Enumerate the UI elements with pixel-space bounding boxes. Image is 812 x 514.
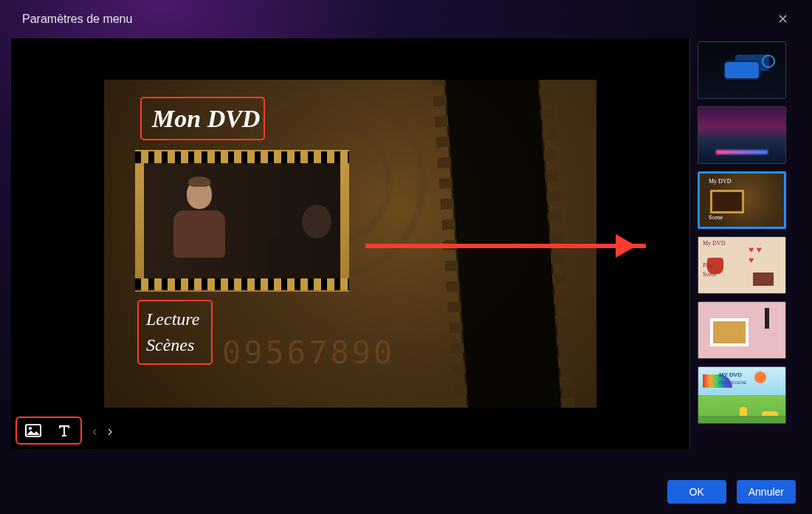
dialog-footer: OK Annuler bbox=[667, 480, 796, 504]
template-list[interactable]: My DVD Scene My DVD ♥ ♥♥ Play Scene MY D… bbox=[690, 38, 801, 449]
image-tool-icon[interactable] bbox=[24, 422, 42, 439]
tool-group-highlight bbox=[16, 417, 82, 445]
template-item-galaxy[interactable] bbox=[698, 106, 786, 164]
menu-links-field[interactable]: Lecture Scènes bbox=[137, 300, 213, 365]
template-item-romance-cafe[interactable]: My DVD ♥ ♥♥ Play Scene bbox=[698, 236, 786, 294]
cancel-button[interactable]: Annuler bbox=[737, 480, 796, 504]
menu-link-play: Lecture bbox=[146, 309, 211, 329]
dialog-content: 09567890 Mon DVD Lecture bbox=[0, 38, 812, 449]
template-item-framed-pink[interactable] bbox=[698, 301, 786, 359]
dialog-header: Paramètres de menu ✕ bbox=[0, 0, 812, 38]
annotation-arrow bbox=[365, 244, 646, 248]
menu-link-scenes: Scènes bbox=[146, 335, 211, 355]
thumb-scene: Scene bbox=[703, 271, 717, 278]
thumb-frame bbox=[710, 318, 749, 346]
prev-page-icon[interactable]: ‹ bbox=[92, 422, 97, 439]
preview-toolbar: ‹ › bbox=[11, 412, 690, 449]
template-item-kids-cartoon[interactable]: MY DVD PLAY SCENE bbox=[698, 366, 786, 424]
bg-digits: 09567890 bbox=[222, 335, 395, 371]
text-icon bbox=[57, 423, 72, 438]
template-item-tech-dark[interactable] bbox=[698, 41, 786, 99]
person-illustration-2 bbox=[268, 205, 331, 278]
preview-column: 09567890 Mon DVD Lecture bbox=[11, 38, 690, 449]
next-page-icon[interactable]: › bbox=[108, 422, 113, 439]
ok-button[interactable]: OK bbox=[667, 480, 726, 504]
thumb-title: My DVD bbox=[709, 178, 731, 185]
menu-preview: 09567890 Mon DVD Lecture bbox=[11, 38, 690, 412]
video-thumbnail bbox=[144, 163, 340, 278]
menu-title-field[interactable]: Mon DVD bbox=[140, 97, 265, 140]
thumb-frame bbox=[710, 190, 744, 213]
thumb-sub: PLAY SCENE bbox=[719, 380, 746, 385]
text-tool-icon[interactable] bbox=[55, 422, 73, 439]
template-item-film-sepia[interactable]: My DVD Scene bbox=[698, 171, 786, 229]
svg-point-1 bbox=[29, 427, 32, 430]
video-thumbnail-frame[interactable] bbox=[135, 150, 349, 292]
close-icon[interactable]: ✕ bbox=[775, 11, 790, 27]
person-illustration bbox=[166, 179, 233, 268]
thumb-title: MY DVD bbox=[719, 371, 742, 378]
thumb-play: Play bbox=[703, 262, 713, 269]
picture-icon bbox=[25, 424, 41, 437]
thumb-sub: Scene bbox=[709, 214, 723, 221]
thumb-title: My DVD bbox=[703, 240, 725, 247]
menu-title-text: Mon DVD bbox=[152, 105, 260, 133]
dialog-title: Paramètres de menu bbox=[22, 13, 132, 26]
